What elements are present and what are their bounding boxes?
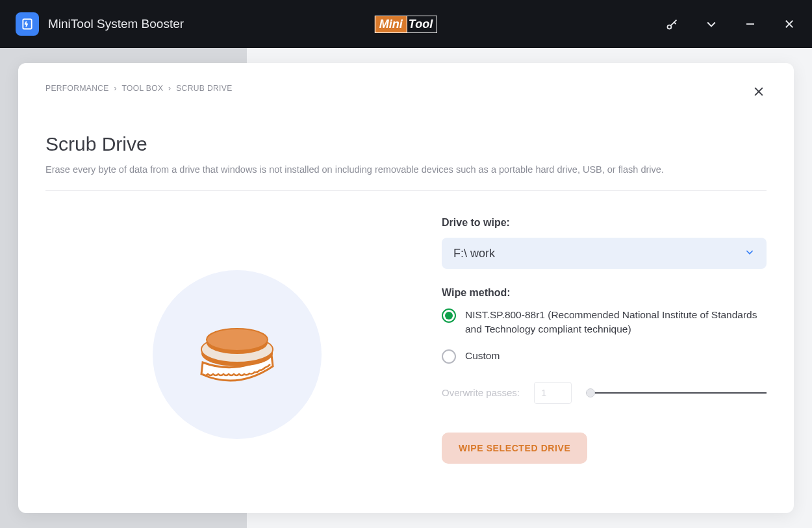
breadcrumb-toolbox[interactable]: TOOL BOX (121, 84, 163, 93)
svg-point-1 (667, 25, 671, 29)
page-description: Erase every byte of data from a drive th… (45, 164, 767, 191)
passes-label: Overwrite passes: (442, 387, 520, 398)
illustration (45, 212, 429, 497)
titlebar: MiniTool System Booster Mini Tool (0, 0, 812, 48)
radio-custom-label: Custom (465, 349, 500, 363)
wipe-button[interactable]: WIPE SELECTED DRIVE (442, 433, 587, 464)
drive-select[interactable]: F:\ work (442, 238, 767, 269)
drive-label: Drive to wipe: (442, 217, 767, 229)
breadcrumb-sep: › (168, 84, 171, 93)
radio-custom[interactable]: Custom (442, 349, 767, 364)
passes-slider[interactable] (586, 386, 767, 399)
form: Drive to wipe: F:\ work Wipe method: (442, 212, 767, 497)
radio-nist[interactable]: NIST.SP.800-88r1 (Recommended National I… (442, 308, 767, 337)
brush-icon (153, 270, 322, 439)
breadcrumb-performance[interactable]: PERFORMANCE (45, 84, 109, 93)
breadcrumb-sep: › (114, 84, 116, 93)
app-title: MiniTool System Booster (48, 17, 184, 31)
passes-input[interactable] (534, 382, 572, 404)
minimize-icon[interactable] (743, 17, 757, 31)
content-row: Drive to wipe: F:\ work Wipe method: (45, 212, 767, 497)
close-icon[interactable] (782, 17, 796, 31)
scrub-drive-panel: PERFORMANCE › TOOL BOX › SCRUB DRIVE Scr… (18, 63, 794, 513)
brand-logo: Mini Tool (375, 16, 437, 33)
titlebar-controls (665, 17, 796, 31)
modal-top: PERFORMANCE › TOOL BOX › SCRUB DRIVE (45, 84, 767, 102)
page-title: Scrub Drive (45, 133, 767, 155)
chevron-down-icon[interactable] (704, 17, 718, 31)
app-icon (16, 12, 39, 36)
breadcrumb-scrubdrive[interactable]: SCRUB DRIVE (176, 84, 232, 93)
slider-thumb-icon (586, 388, 595, 397)
main-area: PERFORMANCE › TOOL BOX › SCRUB DRIVE Scr… (0, 48, 812, 528)
app-window: MiniTool System Booster Mini Tool (0, 0, 812, 528)
svg-point-10 (207, 329, 268, 351)
chevron-down-icon (744, 247, 755, 260)
drive-select-value: F:\ work (453, 247, 495, 260)
radio-icon (442, 308, 456, 323)
method-label: Wipe method: (442, 287, 767, 299)
key-icon[interactable] (665, 17, 679, 31)
panel-close-icon[interactable] (751, 84, 767, 102)
breadcrumb: PERFORMANCE › TOOL BOX › SCRUB DRIVE (45, 84, 233, 93)
radio-nist-label: NIST.SP.800-88r1 (Recommended National I… (465, 308, 767, 337)
brand-mini: Mini (375, 16, 407, 33)
passes-row: Overwrite passes: (442, 382, 767, 404)
brand-tool: Tool (407, 16, 437, 33)
radio-icon (442, 349, 456, 364)
